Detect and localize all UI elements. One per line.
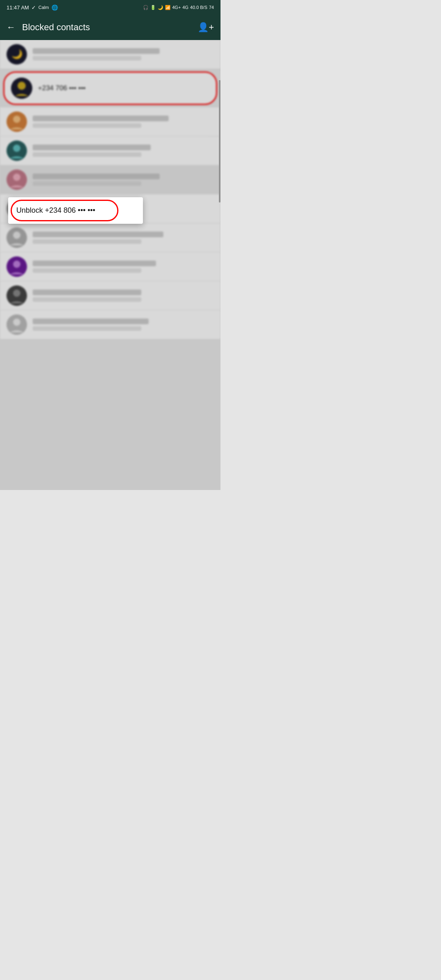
status-bar: 11:47 AM ✓ Calm 🌐 🎧 🔋 🌙 📶 4G+ 4G 40.0 B/…	[0, 0, 220, 15]
headphone-icon: 🎧	[143, 5, 149, 10]
back-button[interactable]: ←	[7, 22, 16, 33]
battery-icon: 🔋	[150, 5, 156, 10]
status-left: 11:47 AM ✓ Calm 🌐	[7, 4, 58, 11]
task-icon: ✓	[31, 4, 36, 11]
add-contact-button[interactable]: 👤+	[198, 22, 214, 33]
unblock-button[interactable]: Unblock +234 806 ••• •••	[8, 199, 143, 222]
unblock-label: Unblock +234 806 ••• •••	[16, 206, 95, 215]
time: 11:47 AM	[7, 4, 29, 11]
signal-4g-plus: 4G+	[172, 5, 181, 10]
header: ← Blocked contacts 👤+	[0, 15, 220, 40]
battery-percent: 74	[209, 5, 214, 10]
wifi-icon: 📶	[165, 5, 171, 10]
context-menu: Unblock +234 806 ••• •••	[8, 197, 143, 224]
page-title: Blocked contacts	[22, 22, 191, 33]
calm-icon: Calm	[38, 5, 49, 10]
data-speed: 40.0 B/S	[190, 5, 207, 10]
vpn-icon: 🌐	[51, 4, 58, 11]
moon-icon: 🌙	[158, 5, 163, 10]
status-right: 🎧 🔋 🌙 📶 4G+ 4G 40.0 B/S 74	[143, 5, 214, 10]
signal-4g: 4G	[183, 5, 189, 10]
